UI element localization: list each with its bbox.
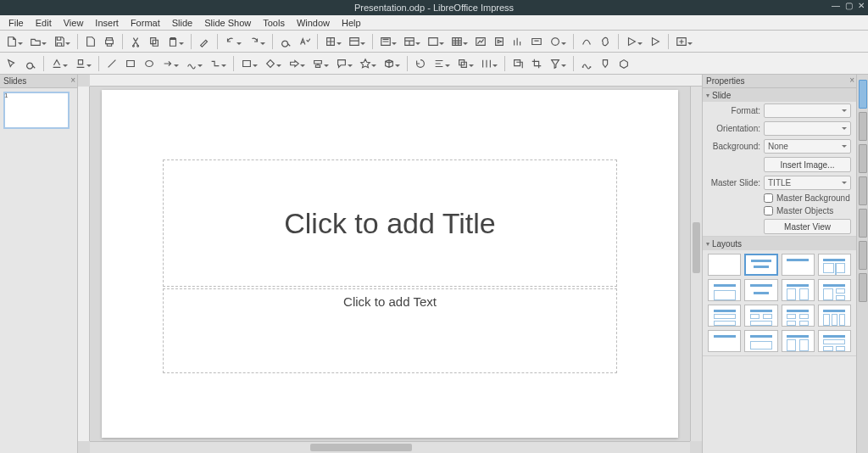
redo-icon[interactable] (246, 33, 263, 50)
scrollbar-horizontal[interactable] (90, 441, 690, 453)
master-slide-select[interactable]: TITLE (764, 176, 851, 190)
slide-layout-icon[interactable] (401, 33, 418, 50)
insert-table-icon[interactable] (448, 33, 465, 50)
3d-objects-icon[interactable] (381, 55, 398, 72)
layout-option[interactable] (818, 279, 851, 301)
menu-view[interactable]: View (58, 17, 89, 29)
insert-image-icon[interactable] (472, 33, 489, 50)
block-arrows-icon[interactable] (286, 55, 303, 72)
insert-image-button[interactable]: Insert Image... (764, 157, 851, 172)
crop-icon[interactable] (528, 55, 545, 72)
sidebar-tab-gallery[interactable] (859, 144, 867, 173)
master-view-button[interactable]: Master View (764, 219, 851, 234)
layout-option[interactable] (782, 305, 815, 327)
master-slide-icon[interactable] (377, 33, 394, 50)
layout-option[interactable] (782, 330, 815, 352)
layout-option[interactable] (744, 254, 777, 276)
menu-slide[interactable]: Slide (167, 17, 198, 29)
sidebar-tab-properties[interactable] (859, 80, 867, 109)
slide-canvas[interactable]: Click to add Title Click to add Text (90, 87, 690, 441)
ruler-vertical[interactable] (78, 87, 90, 441)
ruler-horizontal[interactable] (90, 75, 702, 87)
undo-icon[interactable] (222, 33, 239, 50)
rect-icon[interactable] (122, 55, 139, 72)
symbol-shapes-icon[interactable] (262, 55, 279, 72)
select-icon[interactable] (3, 55, 20, 72)
fontwork-icon[interactable] (578, 33, 595, 50)
distribute-icon[interactable] (478, 55, 495, 72)
layout-option[interactable] (818, 330, 851, 352)
flowchart-icon[interactable] (309, 55, 326, 72)
layout-option[interactable] (708, 305, 741, 327)
arrow-icon[interactable] (159, 55, 176, 72)
new-slide-icon[interactable] (673, 33, 690, 50)
sidebar-tab-animation[interactable] (859, 241, 867, 270)
align-icon[interactable] (431, 55, 448, 72)
connector-icon[interactable] (207, 55, 224, 72)
start-current-icon[interactable] (647, 33, 664, 50)
scrollbar-vertical[interactable] (690, 87, 702, 441)
window-minimize-icon[interactable]: — (832, 1, 840, 10)
insert-av-icon[interactable] (491, 33, 508, 50)
title-placeholder[interactable]: Click to add Title (163, 159, 617, 287)
layout-option[interactable] (708, 279, 741, 301)
fill-color-icon[interactable] (72, 55, 89, 72)
callouts-icon[interactable] (333, 55, 350, 72)
shadow-icon[interactable] (509, 55, 526, 72)
sidebar-tab-master[interactable] (859, 273, 867, 302)
spellcheck-icon[interactable] (296, 33, 313, 50)
close-icon[interactable]: × (849, 76, 854, 85)
slide-thumbnail[interactable]: 1 (3, 92, 70, 129)
layout-option[interactable] (782, 279, 815, 301)
menu-help[interactable]: Help (337, 17, 366, 29)
orientation-select[interactable] (764, 121, 851, 136)
layout-option[interactable] (744, 305, 777, 327)
format-select[interactable] (764, 103, 851, 118)
menu-edit[interactable]: Edit (31, 17, 57, 29)
layout-option[interactable] (744, 330, 777, 352)
insert-textbox-icon[interactable] (528, 33, 545, 50)
points-icon[interactable] (578, 55, 595, 72)
hyperlink-icon[interactable] (597, 33, 614, 50)
master-background-checkbox[interactable] (764, 193, 773, 203)
glue-icon[interactable] (597, 55, 614, 72)
layout-option[interactable] (818, 305, 851, 327)
content-placeholder[interactable]: Click to add Text (163, 288, 617, 373)
window-maximize-icon[interactable]: ▢ (845, 1, 853, 10)
basic-shapes-icon[interactable] (238, 55, 255, 72)
slide[interactable]: Click to add Title Click to add Text (102, 90, 678, 438)
clone-format-icon[interactable] (196, 33, 213, 50)
slide-properties-icon[interactable] (425, 33, 442, 50)
rotate-icon[interactable] (412, 55, 429, 72)
save-icon[interactable] (51, 33, 68, 50)
menu-window[interactable]: Window (292, 17, 335, 29)
export-pdf-icon[interactable] (82, 33, 99, 50)
menu-insert[interactable]: Insert (90, 17, 124, 29)
filter-icon[interactable] (547, 55, 564, 72)
new-icon[interactable] (3, 33, 20, 50)
menu-file[interactable]: File (3, 17, 29, 29)
line-icon[interactable] (103, 55, 120, 72)
sidebar-tab-navigator[interactable] (859, 176, 867, 205)
layout-option[interactable] (708, 330, 741, 352)
extrusion-icon[interactable] (615, 55, 632, 72)
layout-option[interactable] (782, 254, 815, 276)
copy-icon[interactable] (146, 33, 163, 50)
sidebar-tab-transition[interactable] (859, 209, 867, 238)
find-icon[interactable] (277, 33, 294, 50)
ellipse-icon[interactable] (141, 55, 158, 72)
background-select[interactable]: None (764, 139, 851, 154)
arrange-icon[interactable] (454, 55, 471, 72)
layout-option[interactable] (744, 279, 777, 301)
layouts-section-header[interactable]: Layouts (703, 237, 856, 250)
layout-option[interactable] (708, 254, 741, 276)
cut-icon[interactable] (127, 33, 144, 50)
insert-chart-icon[interactable] (509, 33, 526, 50)
menu-tools[interactable]: Tools (258, 17, 290, 29)
display-views-icon[interactable] (346, 33, 363, 50)
paste-icon[interactable] (164, 33, 181, 50)
print-icon[interactable] (101, 33, 118, 50)
grid-icon[interactable] (322, 33, 339, 50)
close-icon[interactable]: × (70, 76, 75, 85)
window-close-icon[interactable]: ✕ (858, 1, 865, 10)
